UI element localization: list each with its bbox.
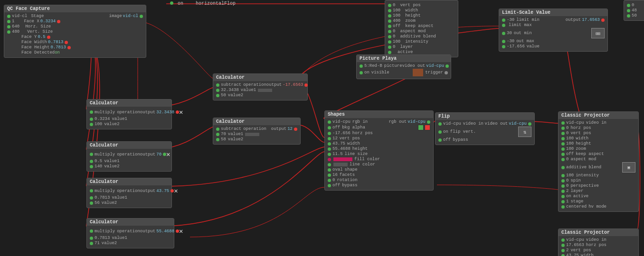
node-row: Face Width 0.7813	[7, 40, 143, 45]
port	[90, 189, 93, 192]
port-out	[176, 229, 179, 233]
projector-icon: ▣	[622, 162, 635, 173]
calc4-node[interactable]: Calculator multiply operation output 55.…	[86, 218, 174, 248]
port	[216, 83, 219, 87]
port	[388, 35, 391, 38]
node-row: 30 out min ▤▤	[502, 28, 605, 38]
port	[90, 165, 93, 168]
calc3-title: Calculator	[87, 178, 171, 185]
port	[328, 174, 331, 177]
node-row: -17.656 horz pos	[328, 131, 430, 136]
horizontal-flop-label: on horizontalFlop	[170, 1, 236, 6]
port	[502, 45, 505, 48]
port	[388, 14, 391, 18]
limit-scale-icon: ▤▤	[591, 28, 605, 38]
port	[388, 51, 391, 54]
picture-playa-title: Picture Playa	[357, 55, 451, 62]
port	[561, 147, 565, 151]
shapes-title: Shapes	[325, 111, 433, 118]
node-row: 1 stage	[561, 199, 635, 204]
node-row: 43.75 width	[561, 253, 635, 256]
node-row: 100 width	[388, 8, 455, 13]
port-out-facey	[47, 36, 50, 39]
node-row: 32.3438 value1	[216, 88, 304, 92]
port-640	[7, 25, 10, 28]
node-row: on active	[561, 194, 635, 199]
node-row: 0 aspect mod	[561, 157, 635, 162]
node-row: Face Height 0.7813	[7, 45, 143, 50]
picture-playa-node[interactable]: Picture Playa 5:Red-B picture video out …	[356, 55, 451, 79]
node-row: off keep aspect	[388, 24, 455, 28]
port	[561, 195, 565, 198]
top-node[interactable]: 0 vert pos 100 width 100 height 400 zoom…	[385, 0, 458, 57]
port	[561, 205, 565, 209]
top-right-mini-node[interactable]: 0 48 50	[624, 0, 644, 21]
port	[388, 30, 391, 33]
node-row: 71 value2	[90, 241, 171, 246]
node-row: 2 vert pos	[561, 248, 635, 253]
port	[328, 168, 331, 172]
port-out	[294, 128, 297, 131]
calc1-node[interactable]: Calculator multiply operation output 32.…	[86, 99, 172, 129]
calc4-title: Calculator	[87, 219, 174, 226]
x-icon: ✕	[166, 150, 170, 158]
node-row: on visible trigger	[360, 69, 448, 76]
port	[216, 133, 219, 136]
node-row: 2 layer	[561, 189, 635, 193]
calc5-node[interactable]: Calculator subtract operation output -17…	[213, 73, 308, 101]
node-row: 12 vert pos	[328, 136, 430, 141]
node-row: 1 Face X 0.3234	[7, 19, 143, 24]
port	[561, 127, 565, 130]
node-row: 100 height	[561, 141, 635, 146]
node-row: 480 Vert. Size	[7, 29, 143, 34]
port	[561, 200, 565, 203]
node-row: additive blend ▣	[561, 162, 635, 173]
node-row: 100 zoom	[561, 146, 635, 151]
node-row: 0.7813 value1	[90, 236, 171, 240]
node-row: off bkg alpha	[328, 125, 430, 130]
port-out	[170, 189, 174, 192]
port-out-facewidth	[65, 41, 68, 44]
calc6-node[interactable]: Calculator subtract operation output 12 …	[213, 118, 301, 145]
port	[561, 142, 565, 146]
node-row: fill color	[328, 157, 430, 162]
node-row: vid-cpu video in	[561, 238, 635, 242]
port-on	[170, 1, 173, 5]
node-row: 58 value2	[216, 137, 297, 142]
flip-icon: ⇅	[518, 127, 531, 137]
node-row: 100 value2	[90, 122, 169, 127]
node-canvas: QC Face Capture vid-cl Stage image vid-c…	[0, 0, 644, 256]
calc2-node[interactable]: Calculator multiply operation output 70 …	[86, 141, 172, 172]
limit-scale-node[interactable]: Limit-Scale Value -30 limit min output 1…	[499, 9, 608, 52]
qc-face-title: QC Face Capture	[4, 5, 146, 12]
node-row: 0 spin	[561, 178, 635, 183]
port	[561, 166, 565, 169]
port	[328, 184, 331, 187]
port	[388, 19, 391, 23]
node-row: -30 out max	[502, 39, 605, 44]
port	[561, 238, 565, 242]
shapes-node[interactable]: Shapes vid-cpu rgb in rgb out vid-cpu of…	[324, 110, 434, 191]
calc6-title: Calculator	[213, 118, 300, 125]
node-row: 48	[627, 8, 644, 13]
node-row: 100 intensity	[388, 39, 455, 44]
qc-face-node[interactable]: QC Face Capture vid-cl Stage image vid-c…	[4, 5, 146, 58]
port	[561, 132, 565, 135]
port	[627, 9, 630, 12]
node-row: oval shape	[328, 167, 430, 172]
node-row: 0	[627, 3, 644, 8]
calc3-node[interactable]: Calculator multiply operation output 43.…	[86, 178, 172, 208]
node-row: vid-cl Stage image vid-cl	[7, 14, 143, 18]
classic-projector1-node[interactable]: Classic Projector vid-cpu video in 0 hor…	[558, 111, 639, 212]
node-row: Face Y 0.5	[7, 35, 143, 39]
classic-projector2-node[interactable]: Classic Projector vid-cpu video in 17.65…	[558, 229, 639, 256]
port	[502, 24, 505, 27]
node-row: 17.6563 horz pos	[561, 243, 635, 247]
node-row: 0 perspective	[561, 183, 635, 188]
node-row: 50	[627, 13, 644, 18]
node-row: subtract operation output 12	[216, 127, 297, 131]
flip-node[interactable]: Flip vid-cpu video in video out vid-cpu …	[435, 112, 535, 145]
port	[328, 142, 331, 146]
port	[328, 163, 331, 166]
port	[388, 9, 391, 12]
